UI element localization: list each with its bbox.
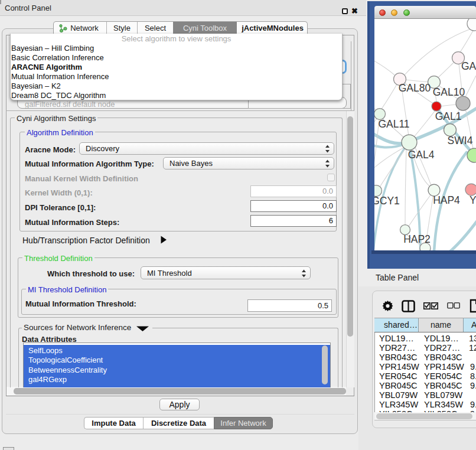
svg-text:GCY1: GCY1 xyxy=(374,195,400,207)
svg-text:GAL1: GAL1 xyxy=(435,110,462,122)
svg-text:GAL7: GAL7 xyxy=(461,60,476,72)
svg-text:YM: YM xyxy=(470,194,476,206)
svg-text:GAL10: GAL10 xyxy=(433,86,465,98)
svg-text:GAL4: GAL4 xyxy=(408,149,435,161)
svg-text:HAP2: HAP2 xyxy=(403,233,431,245)
svg-text:GAL11: GAL11 xyxy=(378,118,409,130)
svg-text:GAL80: GAL80 xyxy=(399,82,431,94)
svg-text:HAP4: HAP4 xyxy=(433,194,460,206)
svg-text:SWI4: SWI4 xyxy=(448,135,473,146)
